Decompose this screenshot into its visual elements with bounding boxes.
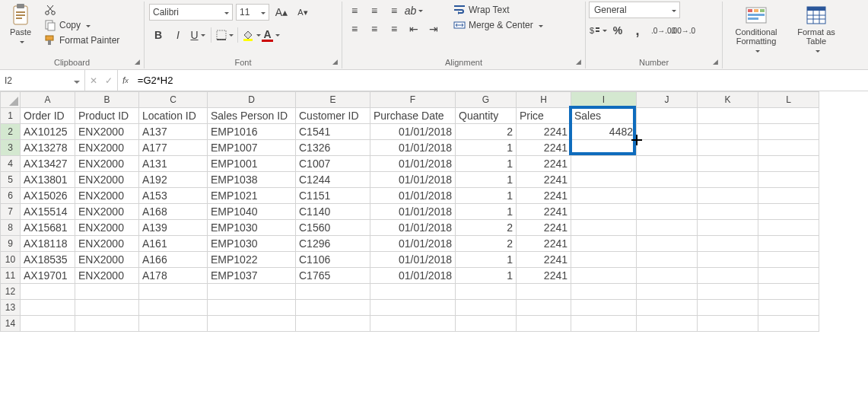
cell[interactable]: A153 [139, 188, 208, 204]
cell[interactable]: 4482 [571, 124, 637, 140]
accounting-format-button[interactable]: $ [589, 21, 607, 40]
dialog-launcher-icon[interactable]: ◢ [330, 57, 339, 66]
cell[interactable]: AX13278 [21, 140, 75, 156]
cell[interactable]: 1 [456, 156, 517, 172]
cell[interactable] [637, 108, 698, 124]
cell[interactable] [698, 316, 758, 332]
cell[interactable]: C1244 [296, 172, 370, 188]
cell[interactable] [698, 204, 758, 220]
cell[interactable]: A166 [139, 252, 208, 268]
format-painter-button[interactable]: Format Painter [41, 33, 122, 47]
cell[interactable]: 01/01/2018 [370, 252, 456, 268]
align-left-button[interactable]: ≡ [345, 20, 364, 38]
cell[interactable] [21, 316, 75, 332]
cell[interactable] [75, 284, 139, 300]
cell[interactable] [758, 204, 819, 220]
cell[interactable] [637, 252, 698, 268]
cell[interactable]: 1 [456, 188, 517, 204]
cell[interactable]: 1 [456, 252, 517, 268]
cell[interactable] [758, 172, 819, 188]
cell[interactable]: 2241 [517, 236, 571, 252]
cell[interactable]: 2 [456, 220, 517, 236]
increase-decimal-button[interactable]: .0→.00 [654, 21, 672, 40]
cell[interactable]: 1 [456, 268, 517, 284]
cell[interactable]: AX10125 [21, 124, 75, 140]
cell[interactable]: C1296 [296, 236, 370, 252]
cell[interactable]: ENX2000 [75, 204, 139, 220]
cell[interactable] [698, 124, 758, 140]
cut-button[interactable] [41, 3, 122, 17]
borders-button[interactable] [215, 26, 234, 44]
cell[interactable] [758, 284, 819, 300]
cell[interactable]: AX15514 [21, 204, 75, 220]
cell[interactable] [139, 300, 208, 316]
cell[interactable]: ENX2000 [75, 140, 139, 156]
cell[interactable]: A139 [139, 220, 208, 236]
cell[interactable] [758, 236, 819, 252]
dialog-launcher-icon[interactable]: ◢ [132, 57, 141, 66]
row-header[interactable]: 8 [1, 220, 21, 236]
italic-button[interactable]: I [169, 26, 187, 44]
row-header[interactable]: 3 [1, 140, 21, 156]
cell[interactable] [571, 252, 637, 268]
cell[interactable] [296, 284, 370, 300]
cell[interactable]: Quantity [456, 108, 517, 124]
cell[interactable] [637, 220, 698, 236]
cell[interactable] [758, 300, 819, 316]
cell[interactable]: 2241 [517, 156, 571, 172]
column-header[interactable]: E [296, 92, 370, 108]
cell[interactable]: AX19701 [21, 268, 75, 284]
cell[interactable] [571, 188, 637, 204]
cell[interactable]: 2 [456, 124, 517, 140]
cell[interactable] [456, 300, 517, 316]
cell[interactable] [637, 316, 698, 332]
cell[interactable] [571, 204, 637, 220]
cell[interactable]: C1560 [296, 220, 370, 236]
cell[interactable] [208, 284, 296, 300]
cell[interactable] [571, 220, 637, 236]
cell[interactable] [637, 156, 698, 172]
cell[interactable] [571, 156, 637, 172]
cell[interactable]: 2241 [517, 204, 571, 220]
cell[interactable] [637, 172, 698, 188]
cell[interactable]: C1140 [296, 204, 370, 220]
fill-color-button[interactable] [242, 26, 260, 44]
cell[interactable] [758, 188, 819, 204]
cell[interactable]: ENX2000 [75, 220, 139, 236]
cell[interactable]: EMP1038 [208, 172, 296, 188]
cell[interactable] [571, 268, 637, 284]
cell[interactable]: 2241 [517, 172, 571, 188]
font-color-button[interactable]: A [262, 26, 280, 44]
cell[interactable] [517, 316, 571, 332]
column-header[interactable]: I [571, 92, 637, 108]
cell[interactable] [571, 300, 637, 316]
cell[interactable] [637, 300, 698, 316]
column-header[interactable]: C [139, 92, 208, 108]
cell[interactable] [370, 284, 456, 300]
cell[interactable] [758, 124, 819, 140]
cell[interactable]: AX15681 [21, 220, 75, 236]
decrease-indent-button[interactable]: ⇤ [405, 20, 423, 38]
row-header[interactable]: 12 [1, 284, 21, 300]
dialog-launcher-icon[interactable]: ◢ [711, 57, 720, 66]
number-format-combobox[interactable]: General [589, 2, 680, 18]
cell[interactable]: Purchase Date [370, 108, 456, 124]
column-header[interactable]: F [370, 92, 456, 108]
enter-formula-icon[interactable]: ✓ [105, 75, 113, 86]
cell[interactable]: 2241 [517, 220, 571, 236]
cell[interactable] [637, 140, 698, 156]
cell[interactable]: AX13801 [21, 172, 75, 188]
row-header[interactable]: 5 [1, 172, 21, 188]
column-header[interactable]: J [637, 92, 698, 108]
cell[interactable] [296, 316, 370, 332]
cell[interactable] [208, 300, 296, 316]
column-header[interactable]: D [208, 92, 296, 108]
column-header[interactable]: L [758, 92, 819, 108]
orientation-button[interactable]: ab [405, 2, 423, 20]
select-all-corner[interactable] [1, 92, 21, 108]
cell[interactable]: A161 [139, 236, 208, 252]
cell[interactable] [698, 268, 758, 284]
cell[interactable] [698, 108, 758, 124]
cell[interactable] [698, 284, 758, 300]
cell[interactable] [758, 140, 819, 156]
